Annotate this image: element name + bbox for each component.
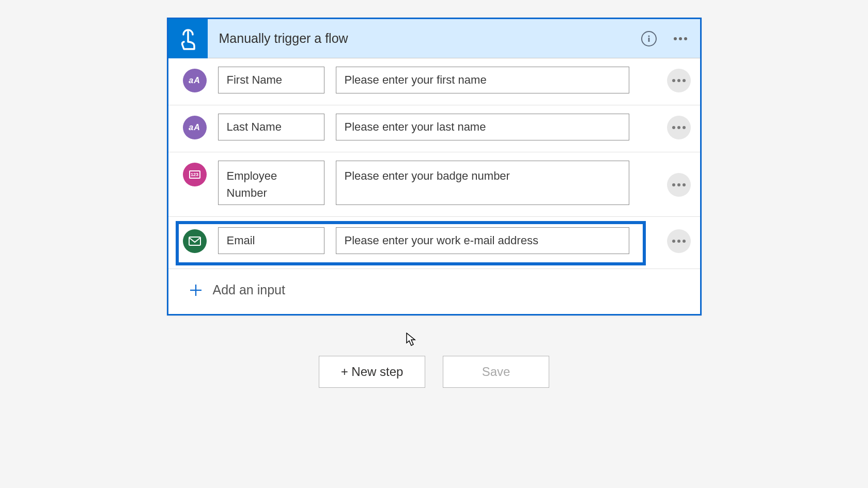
input-row-employee-number: 123 Employee Number Please enter your ba… xyxy=(168,152,700,217)
text-type-icon: aA xyxy=(183,116,207,139)
svg-point-9 xyxy=(677,126,680,129)
svg-point-4 xyxy=(684,37,687,40)
svg-rect-14 xyxy=(189,237,200,245)
input-name-field[interactable] xyxy=(218,227,324,254)
svg-point-12 xyxy=(677,183,680,186)
svg-point-13 xyxy=(683,183,686,186)
text-type-icon: aA xyxy=(183,69,207,92)
add-input-button[interactable]: Add an input xyxy=(168,269,700,314)
input-more-icon[interactable] xyxy=(667,116,691,139)
svg-point-10 xyxy=(683,126,686,129)
trigger-connector-icon-box xyxy=(168,19,208,58)
svg-point-0 xyxy=(648,35,649,37)
input-prompt-field[interactable] xyxy=(336,67,629,93)
input-row-first-name: aA xyxy=(168,58,700,105)
input-prompt-field[interactable] xyxy=(336,114,629,140)
input-name-field[interactable] xyxy=(218,114,324,140)
svg-point-15 xyxy=(672,240,675,243)
input-more-icon[interactable] xyxy=(667,173,691,197)
svg-point-2 xyxy=(674,37,677,40)
trigger-title: Manually trigger a flow xyxy=(208,31,641,46)
input-row-last-name: aA xyxy=(168,105,700,152)
svg-point-8 xyxy=(672,126,675,129)
input-name-field[interactable] xyxy=(218,67,324,93)
input-prompt-field[interactable] xyxy=(336,227,629,254)
input-prompt-field[interactable]: Please enter your badge number xyxy=(336,161,629,205)
email-type-icon xyxy=(183,229,207,253)
input-name-field[interactable]: Employee Number xyxy=(218,161,324,205)
save-button[interactable]: Save xyxy=(443,356,549,388)
svg-point-6 xyxy=(677,79,680,82)
add-input-label: Add an input xyxy=(213,282,285,297)
trigger-card: Manually trigger a flow aA aA xyxy=(167,18,702,316)
trigger-header[interactable]: Manually trigger a flow xyxy=(168,19,700,58)
svg-point-16 xyxy=(677,240,680,243)
trigger-more-icon[interactable] xyxy=(671,29,690,48)
svg-point-17 xyxy=(683,240,686,243)
input-more-icon[interactable] xyxy=(667,69,691,92)
plus-icon xyxy=(189,284,203,297)
svg-point-7 xyxy=(683,79,686,82)
svg-rect-1 xyxy=(648,38,649,42)
touch-icon xyxy=(177,26,199,51)
svg-point-11 xyxy=(672,183,675,186)
input-row-email xyxy=(168,217,700,269)
input-more-icon[interactable] xyxy=(667,229,691,253)
number-type-icon: 123 xyxy=(183,163,207,186)
new-step-button[interactable]: + New step xyxy=(319,356,425,388)
info-icon[interactable] xyxy=(641,31,657,46)
svg-point-3 xyxy=(679,37,682,40)
svg-point-5 xyxy=(672,79,675,82)
